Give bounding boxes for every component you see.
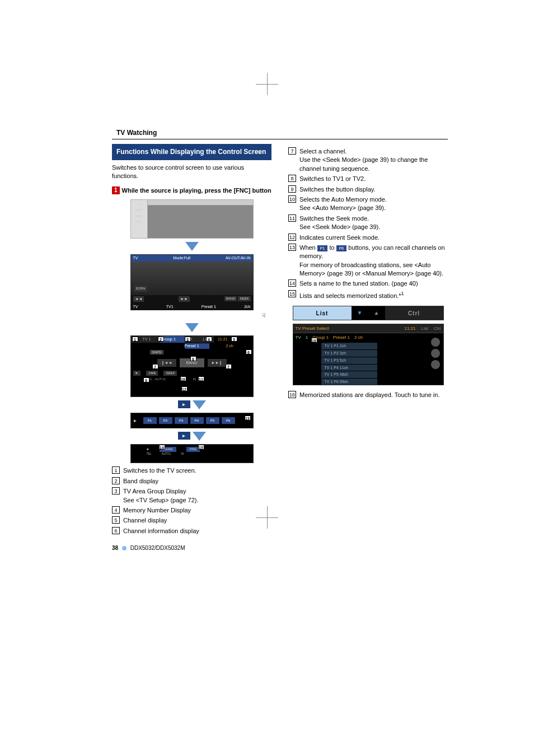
- callout-6: 6: [246, 349, 252, 354]
- left-legend-list: 1Switches to the TV screen. 2Band displa…: [112, 466, 271, 535]
- num-14: 14: [288, 279, 296, 287]
- callout-5: 5: [231, 337, 237, 342]
- side-icon: [431, 338, 440, 347]
- footer-dot-icon: [122, 546, 127, 550]
- num-11: 11: [288, 214, 296, 222]
- bar-avout: AV-OUT:AV-IN: [226, 255, 250, 261]
- num-12: 12: [288, 234, 296, 241]
- callout-11: 11: [198, 376, 204, 381]
- page-footer: 38 DDX5032/DDX5032M: [112, 545, 489, 551]
- arrow-down-icon: [185, 323, 199, 332]
- p2-button: P2: [159, 417, 172, 424]
- header-rule: [112, 139, 448, 139]
- play-button: ►: [178, 400, 190, 408]
- legend-4: Memory Number Display: [123, 506, 271, 515]
- callout-14: 14: [159, 445, 165, 450]
- side-icon: [431, 349, 440, 358]
- figure-tv-screen: TV Mode:Full AV-OUT:AV-IN SCRN ◄◄ ►► BAN…: [130, 254, 254, 310]
- right-legend-list-2: 16Memorized stations are displayed. Touc…: [288, 391, 448, 399]
- legend-15: Lists and selects memorized station.*1: [299, 290, 448, 300]
- side-icon: [431, 360, 440, 369]
- hdr-time: 11:21: [214, 336, 229, 343]
- legend-16: Memorized stations are displayed. Touch …: [299, 391, 448, 399]
- tv-label: TV: [296, 334, 301, 340]
- next-btn: ►►: [179, 296, 190, 302]
- num-16: 16: [288, 391, 296, 398]
- play-button: ►: [178, 432, 190, 440]
- callout-7: 7: [152, 364, 158, 369]
- step-1: 1 While the source is playing, press the…: [112, 186, 271, 195]
- ch-label: 2 ch: [226, 343, 241, 349]
- ch-label: 2 ch: [354, 334, 363, 340]
- arrow-down-icon: [193, 400, 206, 409]
- pointer-icon: ☟: [112, 311, 266, 320]
- num-3: 3: [112, 487, 120, 494]
- num-4: 4: [112, 506, 120, 514]
- bot-preset: Preset 1: [202, 304, 216, 310]
- callout-10: 10: [180, 376, 186, 381]
- figure-preset-list: TV Preset Select Ctrl List 11:21 TV 1 Gr…: [293, 324, 444, 385]
- remote-label: SRC: [135, 214, 143, 218]
- list-item: TV 1 P2 3ch: [321, 350, 377, 357]
- bot-tv: TV: [133, 304, 138, 310]
- legend-10: Selects the Auto Memory mode.See <Auto M…: [299, 195, 448, 213]
- one-label: 1: [306, 334, 308, 340]
- in-label: IN: [181, 452, 184, 456]
- figure-control-screen: 1 2 3 4 5 6 7 8 7 9 10 11 12 TV TV 1 Gro…: [130, 335, 254, 397]
- section-header: TV Watching: [116, 129, 489, 137]
- legend-8: Switches to TV1 or TV2.: [299, 175, 448, 183]
- play-small: ►: [133, 418, 141, 424]
- legend-12: Indicates current Seek mode.: [299, 234, 448, 242]
- list-label: List: [421, 325, 428, 332]
- callout-9: 9: [143, 377, 149, 382]
- preset-select-header: TV Preset Select: [296, 326, 329, 331]
- auto-label: AUTO1: [155, 377, 166, 381]
- legend-14: Sets a name to the tuned station. (page …: [299, 279, 448, 288]
- legend-7: Select a channel.Use the <Seek Mode> (pa…: [299, 147, 448, 173]
- p6-inline: P6: [336, 245, 347, 251]
- feature-title: Functions While Displaying the Control S…: [112, 144, 271, 160]
- list-item: TV 1 P6 59ch: [321, 379, 377, 385]
- num-13: 13: [288, 244, 296, 251]
- ame-btn: AME: [146, 371, 158, 375]
- play-btn: ►: [133, 371, 141, 375]
- remote-label: SRC: [135, 220, 143, 224]
- auto-label: AUTO1: [162, 452, 171, 456]
- time-label: 11:21: [405, 325, 416, 332]
- legend-9: Switches the button display.: [299, 185, 448, 194]
- manual-page: TV Watching Functions While Displaying t…: [0, 0, 534, 568]
- remote-btn: ▽: [138, 202, 140, 207]
- num-6: 6: [112, 527, 120, 534]
- bot-ch: 2ch: [244, 304, 250, 310]
- seek-btn: SEEK: [163, 371, 177, 375]
- callout-16: 16: [311, 338, 317, 343]
- callout-12: 12: [181, 386, 188, 391]
- model-number: DDX5032/DDX5032M: [130, 545, 185, 551]
- prev-btn: ◄◄: [133, 296, 144, 302]
- legend-3: TV Area Group DisplaySee <TV Setup> (pag…: [123, 487, 271, 505]
- band-label: BAND: [224, 296, 237, 301]
- page-number: 38: [112, 545, 118, 551]
- callout-13: 13: [245, 416, 251, 421]
- left-column: Functions While Displaying the Control S…: [112, 144, 271, 537]
- crop-mark-bottom: [256, 506, 278, 529]
- tel-label: TEL: [147, 452, 152, 456]
- legend-6: Channel information display: [123, 527, 271, 535]
- legend-13: When P1 to P6 buttons, you can recall ch…: [299, 244, 448, 278]
- callout-7b: 7: [226, 364, 232, 369]
- legend-5: Channel display: [123, 516, 271, 525]
- remote-label: NAV: [135, 208, 142, 212]
- callout-4: 4: [206, 337, 212, 342]
- snps-label: SNPS: [150, 350, 163, 354]
- p4-button: P4: [190, 417, 204, 424]
- hdr-tv1: TV 1: [141, 336, 160, 343]
- bar-tv: TV: [133, 255, 138, 261]
- p1-inline: P1: [317, 245, 328, 251]
- figure-presets-row: ► P1 P2 P3 P4 P5 P6 13: [130, 413, 254, 428]
- num-1: 1: [112, 466, 120, 474]
- figure-remote: ▽ NAV SRC SRC: [130, 199, 254, 239]
- right-legend-list: 7Select a channel.Use the <Seek Mode> (p…: [288, 147, 448, 300]
- callout-2: 2: [158, 337, 164, 342]
- num-9: 9: [288, 185, 296, 193]
- ctrl-label: Ctrl: [434, 325, 441, 332]
